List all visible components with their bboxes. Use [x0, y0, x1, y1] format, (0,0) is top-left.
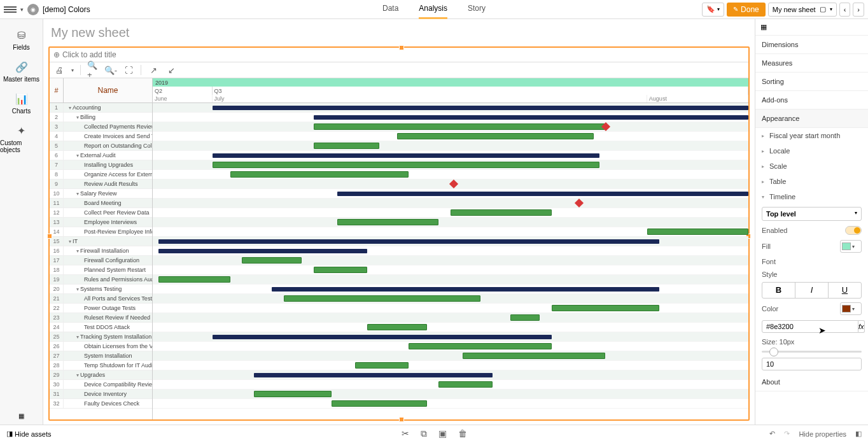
color-dropdown[interactable]: ▾: [840, 302, 862, 315]
table-row[interactable]: 2▾Billing: [50, 113, 152, 122]
gantt-bar[interactable]: [367, 324, 427, 330]
gantt-bar[interactable]: [158, 276, 230, 283]
gantt-bar[interactable]: [438, 381, 492, 388]
hide-assets-button[interactable]: Hide assets: [15, 430, 51, 438]
gantt-bar[interactable]: [397, 133, 594, 139]
table-row[interactable]: 30Device Compatibility Review: [50, 380, 152, 390]
size-slider[interactable]: [762, 351, 862, 353]
gantt-bar[interactable]: [213, 153, 599, 158]
table-row[interactable]: 22Power Outage Tests: [50, 304, 152, 313]
appearance-sub-scale[interactable]: ▸Scale: [755, 158, 868, 174]
sheet-title[interactable]: My new sheet: [48, 19, 750, 46]
appearance-sub-fiscal-year-start-month[interactable]: ▸Fiscal year start month: [755, 128, 868, 143]
menu-caret-icon[interactable]: ▾: [20, 6, 24, 13]
bookmark-button[interactable]: 🔖 ▾: [702, 3, 724, 17]
level-dropdown[interactable]: Top level▾: [762, 207, 862, 221]
prop-section-measures[interactable]: Measures: [755, 54, 868, 73]
table-icon[interactable]: ▦: [755, 19, 868, 36]
table-row[interactable]: 19Rules and Permissions Audit: [50, 275, 152, 285]
rail-bottom-icon[interactable]: ▦: [13, 407, 29, 425]
zoom-in-icon[interactable]: 🔍+: [87, 64, 99, 76]
table-row[interactable]: 31Device Inventory: [50, 390, 152, 399]
table-row[interactable]: 27System Installation: [50, 351, 152, 361]
table-row[interactable]: 28Temp Shutdown for IT Audit: [50, 361, 152, 370]
gantt-bar[interactable]: [552, 305, 659, 311]
next-sheet-button[interactable]: ›: [853, 3, 864, 17]
prop-section-sorting[interactable]: Sorting: [755, 73, 868, 91]
gantt-bar[interactable]: [213, 162, 599, 168]
table-row[interactable]: 3Collected Payments Review: [50, 122, 152, 132]
paste-icon[interactable]: ▣: [438, 428, 447, 439]
rail-custom-objects[interactable]: ✦Custom objects: [0, 120, 43, 158]
table-row[interactable]: 29▾Upgrades: [50, 370, 152, 380]
gantt-bar[interactable]: [314, 267, 367, 273]
gantt-bar[interactable]: [158, 239, 659, 244]
table-row[interactable]: 17Firewall Configuration: [50, 256, 152, 265]
col-name[interactable]: Name: [64, 78, 152, 102]
tab-data[interactable]: Data: [382, 0, 398, 19]
table-row[interactable]: 26Obtain Licenses from the Vendor: [50, 342, 152, 351]
rail-charts[interactable]: 📊Charts: [0, 88, 43, 120]
done-button[interactable]: ✎Done: [727, 3, 766, 17]
bold-button[interactable]: B: [762, 283, 795, 298]
table-row[interactable]: 7Installing Upgrades: [50, 160, 152, 170]
table-row[interactable]: 32Faulty Devices Check: [50, 399, 152, 409]
gantt-bar[interactable]: [242, 257, 302, 264]
about-section[interactable]: About: [755, 373, 868, 391]
redo-icon[interactable]: ↷: [784, 430, 790, 438]
gantt-bar[interactable]: [510, 314, 540, 321]
table-row[interactable]: 5Report on Outstanding Coll: [50, 141, 152, 151]
gantt-bar[interactable]: [254, 373, 492, 377]
appearance-sub-locale[interactable]: ▸Locale: [755, 143, 868, 158]
copy-icon[interactable]: ⧉: [421, 428, 427, 439]
appearance-sub-table[interactable]: ▸Table: [755, 174, 868, 189]
gantt-bar[interactable]: [332, 400, 427, 407]
table-row[interactable]: 14Post-Review Employee Info: [50, 227, 152, 237]
cut-icon[interactable]: ✂: [402, 428, 409, 439]
expand-icon[interactable]: ↗: [148, 64, 159, 76]
undo-icon[interactable]: ↶: [769, 430, 775, 438]
table-row[interactable]: 21All Ports and Services Test: [50, 294, 152, 304]
table-row[interactable]: 10▾Salary Review: [50, 189, 152, 199]
table-row[interactable]: 9Review Audit Results: [50, 179, 152, 189]
underline-button[interactable]: U: [829, 283, 861, 298]
gantt-bar[interactable]: [284, 295, 480, 302]
gantt-bar[interactable]: [463, 353, 606, 359]
table-row[interactable]: 20▾Systems Testing: [50, 285, 152, 294]
table-row[interactable]: 25▾Tracking System Installation: [50, 332, 152, 342]
table-row[interactable]: 1▾Accounting: [50, 103, 152, 113]
gantt-bar[interactable]: [314, 143, 379, 149]
appearance-sub-timeline[interactable]: ▾Timeline: [755, 189, 868, 204]
gantt-bar[interactable]: [213, 106, 748, 110]
collapse-icon[interactable]: ↙: [165, 64, 177, 76]
milestone-icon[interactable]: [449, 179, 458, 188]
table-row[interactable]: 15▾IT: [50, 237, 152, 246]
col-hash[interactable]: #: [50, 78, 64, 102]
gantt-bar[interactable]: [337, 219, 438, 225]
gantt-bar[interactable]: [314, 115, 748, 120]
fx-button[interactable]: fx: [858, 320, 865, 333]
size-input[interactable]: [762, 358, 862, 370]
table-row[interactable]: 6▾External Audit: [50, 151, 152, 160]
prop-section-add-ons[interactable]: Add-ons: [755, 91, 868, 109]
fit-icon[interactable]: ⛶: [123, 64, 134, 76]
table-row[interactable]: 13Employee Interviews: [50, 218, 152, 227]
table-row[interactable]: 4Create Invoices and Send Them: [50, 132, 152, 141]
gantt-bar[interactable]: [254, 391, 332, 397]
table-row[interactable]: 12Collect Peer Review Data: [50, 208, 152, 218]
gantt-bar[interactable]: [647, 229, 748, 235]
table-row[interactable]: 16▾Firewall Installation: [50, 246, 152, 256]
prev-sheet-button[interactable]: ‹: [839, 3, 851, 17]
table-row[interactable]: 8Organize Access for External: [50, 170, 152, 179]
table-row[interactable]: 23Ruleset Review If Needed: [50, 313, 152, 323]
color-hex-input[interactable]: [762, 320, 858, 333]
hide-properties-button[interactable]: Hide properties: [799, 430, 846, 438]
tab-story[interactable]: Story: [468, 0, 486, 19]
hide-properties-icon[interactable]: ◧: [855, 430, 862, 438]
prop-section-appearance[interactable]: Appearance: [755, 109, 868, 128]
gantt-bar[interactable]: [213, 335, 552, 339]
gantt-bar[interactable]: [230, 171, 409, 178]
delete-icon[interactable]: 🗑: [458, 428, 467, 439]
fill-color-dropdown[interactable]: ▾: [840, 240, 862, 253]
gantt-bar[interactable]: [272, 287, 659, 292]
